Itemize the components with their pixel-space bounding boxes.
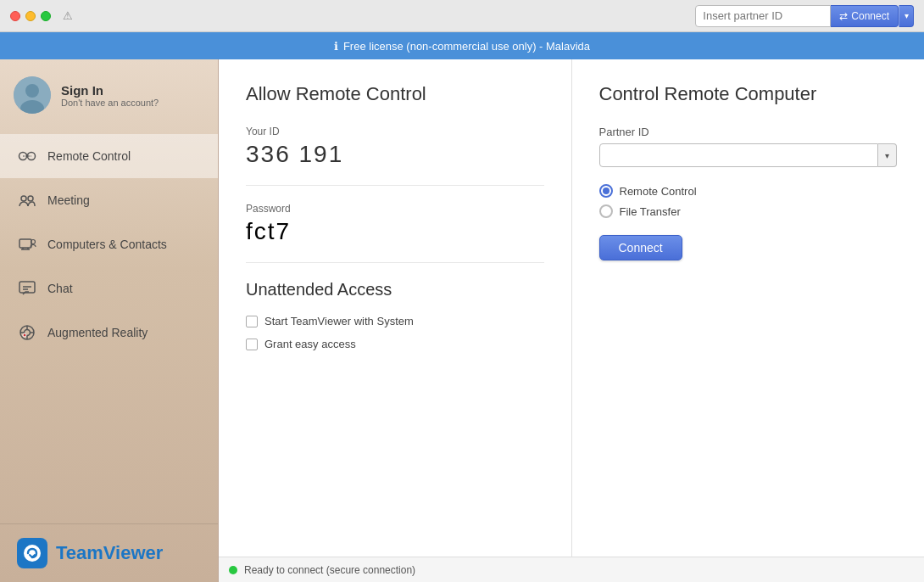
your-id-label: Your ID — [246, 126, 544, 137]
sidebar-label-meeting: Meeting — [47, 193, 90, 207]
checkbox-row-1: Start TeamViewer with System — [246, 315, 544, 327]
teamviewer-logo-icon — [17, 538, 47, 568]
your-id-value: 336 191 — [246, 141, 544, 168]
sidebar-footer: TeamViewer — [0, 523, 218, 582]
your-id-group: Your ID 336 191 — [246, 126, 544, 186]
no-account-label[interactable]: Don't have an account? — [61, 98, 159, 108]
partner-id-field: ▾ — [599, 143, 898, 167]
user-section: Sign In Don't have an account? — [0, 59, 218, 131]
teamviewer-logo-text: TeamViewer — [56, 542, 163, 564]
content-panels: Allow Remote Control Your ID 336 191 Pas… — [219, 59, 924, 557]
minimize-button[interactable] — [25, 11, 36, 21]
partner-id-label: Partner ID — [599, 126, 898, 138]
sidebar-item-meeting[interactable]: Meeting — [0, 178, 218, 222]
svg-point-14 — [23, 333, 26, 337]
partner-id-input[interactable] — [599, 143, 879, 167]
password-label: Password — [246, 203, 544, 215]
connect-top-arrow[interactable]: ▾ — [899, 5, 914, 27]
connect-top-button[interactable]: ⇄ Connect — [831, 5, 899, 27]
svg-point-5 — [21, 196, 26, 201]
password-value: fct7 — [246, 218, 544, 245]
svg-rect-7 — [19, 239, 31, 248]
checkbox-start-teamviewer[interactable] — [246, 316, 258, 327]
checkbox-row-2: Grant easy access — [246, 338, 544, 350]
partner-id-section: Partner ID ▾ — [599, 126, 898, 167]
titlebar-right: ⇄ Connect ▾ — [695, 5, 914, 27]
sidebar: Sign In Don't have an account? Remote Co… — [0, 59, 219, 582]
password-group: Password fct7 — [246, 203, 544, 263]
svg-point-1 — [25, 84, 39, 98]
radio-row-file-transfer[interactable]: File Transfer — [599, 204, 898, 218]
info-banner: ℹ Free license (non-commercial use only)… — [0, 32, 924, 59]
panel-left: Allow Remote Control Your ID 336 191 Pas… — [219, 59, 572, 557]
unattended-section: Unattended Access Start TeamViewer with … — [246, 280, 544, 350]
status-dot — [229, 566, 237, 574]
checkbox-label-2: Grant easy access — [264, 338, 356, 350]
banner-text: Free license (non-commercial use only) -… — [343, 40, 590, 53]
content-area: Allow Remote Control Your ID 336 191 Pas… — [219, 59, 924, 582]
augmented-reality-icon — [17, 322, 37, 343]
titlebar: ⚠ ⇄ Connect ▾ — [0, 0, 924, 32]
radio-label-file-transfer: File Transfer — [620, 205, 681, 218]
sidebar-label-augmented-reality: Augmented Reality — [47, 326, 148, 339]
status-text: Ready to connect (secure connection) — [244, 564, 415, 576]
close-button[interactable] — [10, 11, 20, 21]
sidebar-item-remote-control[interactable]: Remote Control — [0, 134, 218, 178]
partner-id-top-input[interactable] — [695, 5, 831, 27]
connect-main-button[interactable]: Connect — [599, 235, 682, 260]
user-info: Sign In Don't have an account? — [61, 83, 159, 108]
sidebar-label-computers-contacts: Computers & Contacts — [47, 238, 167, 251]
panel-right: Control Remote Computer Partner ID ▾ Rem… — [572, 59, 925, 557]
radio-group: Remote Control File Transfer — [599, 184, 898, 218]
chat-icon — [17, 278, 37, 299]
radio-label-remote-control: Remote Control — [620, 185, 697, 198]
sidebar-item-augmented-reality[interactable]: Augmented Reality — [0, 311, 218, 355]
checkbox-label-1: Start TeamViewer with System — [264, 315, 414, 327]
status-bar: Ready to connect (secure connection) — [219, 557, 924, 582]
maximize-button[interactable] — [41, 11, 51, 21]
warning-icon: ⚠ — [59, 8, 76, 25]
sidebar-label-remote-control: Remote Control — [47, 149, 131, 163]
radio-remote-control-inner — [603, 187, 610, 194]
sidebar-item-chat[interactable]: Chat — [0, 266, 218, 311]
main-container: Sign In Don't have an account? Remote Co… — [0, 59, 924, 582]
meeting-icon — [17, 190, 37, 210]
checkbox-grant-access[interactable] — [246, 339, 258, 350]
svg-point-15 — [24, 545, 41, 562]
sign-in-label[interactable]: Sign In — [61, 83, 159, 98]
radio-row-remote-control[interactable]: Remote Control — [599, 184, 898, 198]
traffic-lights — [10, 11, 51, 21]
info-icon: ℹ — [334, 40, 338, 53]
radio-file-transfer[interactable] — [599, 204, 613, 218]
control-remote-title: Control Remote Computer — [599, 83, 898, 105]
nav-items: Remote Control Meeting — [0, 131, 218, 358]
allow-remote-title: Allow Remote Control — [246, 83, 544, 105]
computers-contacts-icon — [17, 234, 37, 255]
partner-id-dropdown[interactable]: ▾ — [878, 143, 897, 167]
avatar — [14, 76, 51, 114]
svg-point-6 — [28, 196, 33, 201]
radio-remote-control[interactable] — [599, 184, 613, 198]
sidebar-label-chat: Chat — [47, 282, 73, 295]
remote-control-icon — [17, 146, 37, 166]
sidebar-item-computers-contacts[interactable]: Computers & Contacts — [0, 222, 218, 266]
unattended-title: Unattended Access — [246, 280, 544, 299]
